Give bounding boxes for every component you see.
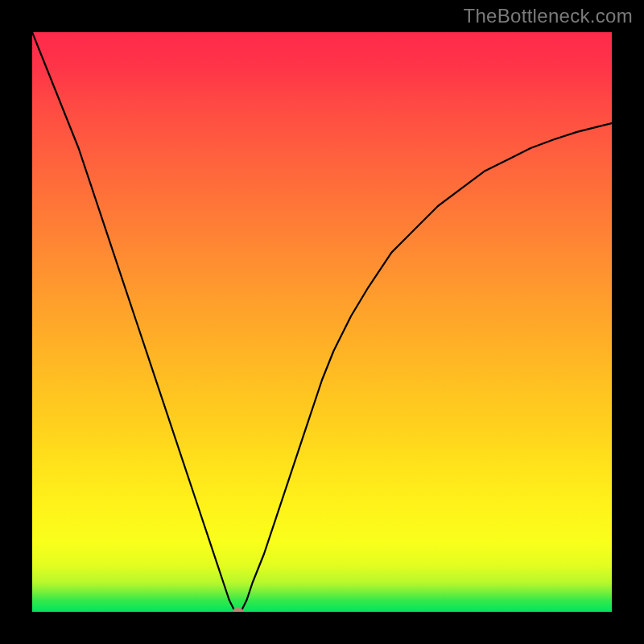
chart-frame: TheBottleneck.com — [0, 0, 644, 644]
watermark-text: TheBottleneck.com — [463, 5, 633, 27]
gradient-plot-area — [32, 32, 612, 612]
